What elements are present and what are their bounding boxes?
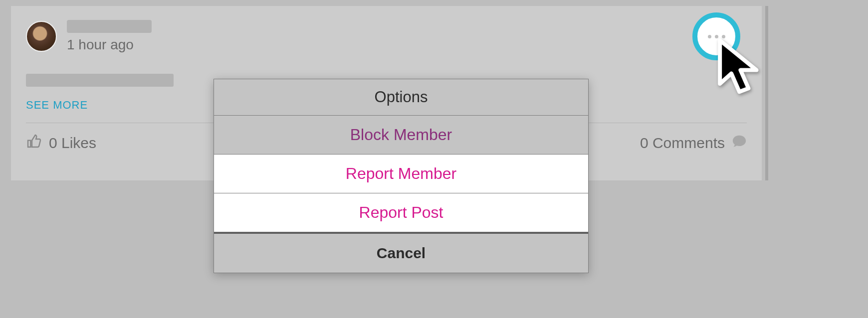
report-post-option[interactable]: Report Post [214, 193, 588, 232]
likes-section[interactable]: 0 Likes [26, 133, 96, 153]
post-timestamp: 1 hour ago [67, 37, 152, 53]
avatar[interactable] [26, 21, 57, 52]
likes-count-label: 0 Likes [49, 135, 96, 152]
options-menu: Options Block Member Report Member Repor… [214, 79, 589, 273]
scrollbar[interactable] [765, 6, 768, 180]
username-placeholder [67, 20, 152, 33]
block-member-option[interactable]: Block Member [214, 116, 588, 155]
comments-section[interactable]: 0 Comments [640, 134, 747, 152]
cancel-button[interactable]: Cancel [214, 232, 588, 273]
report-member-option[interactable]: Report Member [214, 155, 588, 193]
thumbs-up-icon [26, 133, 42, 153]
options-menu-title: Options [214, 79, 588, 116]
speech-bubble-icon [732, 134, 747, 152]
post-header-text: 1 hour ago [67, 20, 152, 53]
more-options-button[interactable] [692, 12, 740, 60]
comments-count-label: 0 Comments [640, 135, 725, 152]
ellipsis-icon [708, 35, 725, 38]
post-header: 1 hour ago [26, 20, 747, 53]
post-content-placeholder [26, 74, 174, 87]
